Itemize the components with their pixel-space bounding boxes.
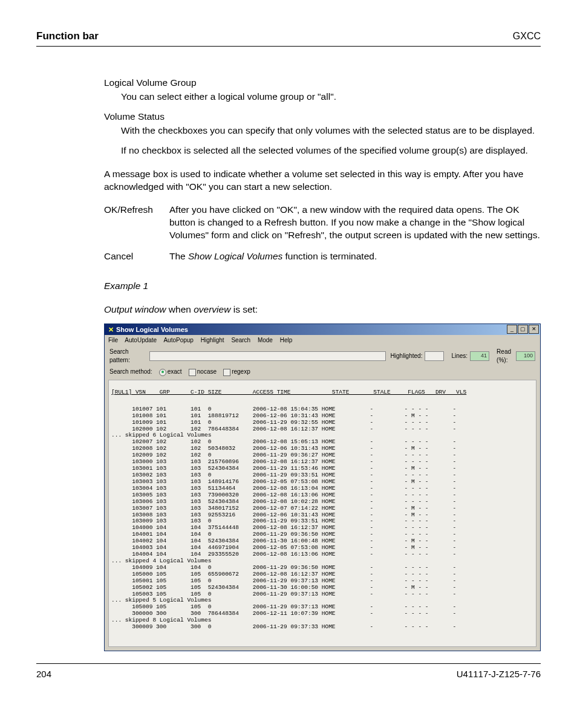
table-row: 105002 105 105 524304384 2006-11-30 16:0… — [111, 585, 533, 591]
menu-autopopup[interactable]: AutoPopup — [163, 337, 194, 343]
menu-mode[interactable]: Mode — [258, 337, 273, 343]
desc-cancel: The Show Logical Volumes function is ter… — [169, 250, 541, 263]
minimize-button[interactable]: _ — [507, 325, 517, 334]
section-title: Function bar — [36, 30, 99, 42]
example-label: Example 1 — [104, 280, 541, 293]
label-ok-refresh: OK/Refresh — [104, 204, 169, 242]
read-label: Read (%): — [497, 348, 513, 364]
label-cancel: Cancel — [104, 250, 169, 263]
product-name: GXCC — [513, 31, 541, 42]
read-value: 100 — [516, 351, 535, 361]
output-window: ✕ Show Logical Volumes _ ▢ ✕ File AutoUp… — [104, 323, 541, 651]
menu-search[interactable]: Search — [231, 337, 250, 343]
term-status: Volume Status — [104, 111, 541, 123]
row-cancel: Cancel The Show Logical Volumes function… — [104, 250, 541, 263]
radio-exact[interactable] — [159, 369, 166, 376]
body-status-2: If no checkbox is selected all the selec… — [121, 145, 541, 157]
doc-id: U41117-J-Z125-7-76 — [457, 669, 541, 679]
definition-status: Volume Status With the checkboxes you ca… — [104, 111, 541, 157]
msgbox-paragraph: A message box is used to indicate whethe… — [104, 168, 541, 193]
table-row: 103007 103 103 348017152 2006-12-07 07:1… — [111, 505, 533, 512]
highlighted-value — [425, 351, 444, 361]
term-lvg: Logical Volume Group — [104, 77, 541, 89]
desc-ok-refresh: After you have clicked on "OK", a new wi… — [169, 204, 541, 242]
menubar: File AutoUpdate AutoPopup Highlight Sear… — [105, 335, 540, 346]
search-pattern-input[interactable] — [149, 351, 386, 361]
menu-file[interactable]: File — [108, 337, 118, 343]
menu-help[interactable]: Help — [280, 337, 293, 343]
definition-lvg: Logical Volume Group You can select eith… — [104, 77, 541, 103]
app-icon: ✕ — [107, 325, 114, 334]
table-row: 105001 105 105 0 2006-11-29 09:37:13 HOM… — [111, 578, 533, 585]
lines-value: 41 — [470, 351, 489, 361]
page-header: Function bar GXCC — [36, 30, 541, 47]
output-terminal[interactable]: [RUL1] VSN GRP C-ID SIZE ACCESS TIME STA… — [108, 380, 536, 647]
check-regexp[interactable] — [223, 369, 230, 376]
search-method-label: Search method: — [109, 368, 152, 375]
menu-autoupdate[interactable]: AutoUpdate — [125, 337, 157, 343]
page-footer: 204 U41117-J-Z125-7-76 — [36, 663, 541, 679]
search-pattern-label: Search pattern: — [109, 348, 147, 364]
row-ok-refresh: OK/Refresh After you have clicked on "OK… — [104, 204, 541, 242]
table-row: 101008 101 101 188819712 2006-12-06 10:3… — [111, 413, 533, 420]
window-title: Show Logical Volumes — [116, 325, 188, 334]
highlighted-label: Highlighted: — [391, 352, 423, 360]
maximize-button[interactable]: ▢ — [518, 325, 528, 334]
body-status-1: With the checkboxes you can specify that… — [121, 125, 541, 137]
table-row: 300009 300 300 0 2006-11-29 09:37:33 HOM… — [111, 624, 533, 631]
lines-label: Lines: — [451, 352, 468, 360]
page-number: 204 — [36, 669, 51, 679]
output-caption: Output window when overview is set: — [104, 304, 541, 316]
menu-highlight[interactable]: Highlight — [201, 337, 224, 343]
table-row: 101009 101 101 0 2006-11-29 09:32:55 HOM… — [111, 420, 533, 426]
body-lvg: You can select either a logical volume g… — [121, 91, 541, 103]
table-row: 103006 103 103 524304384 2006-12-08 10:0… — [111, 499, 533, 505]
titlebar: ✕ Show Logical Volumes _ ▢ ✕ — [105, 324, 540, 335]
close-button[interactable]: ✕ — [529, 325, 539, 334]
check-nocase[interactable] — [189, 369, 196, 376]
table-header: [RUL1] VSN GRP C-ID SIZE ACCESS TIME STA… — [111, 389, 533, 400]
